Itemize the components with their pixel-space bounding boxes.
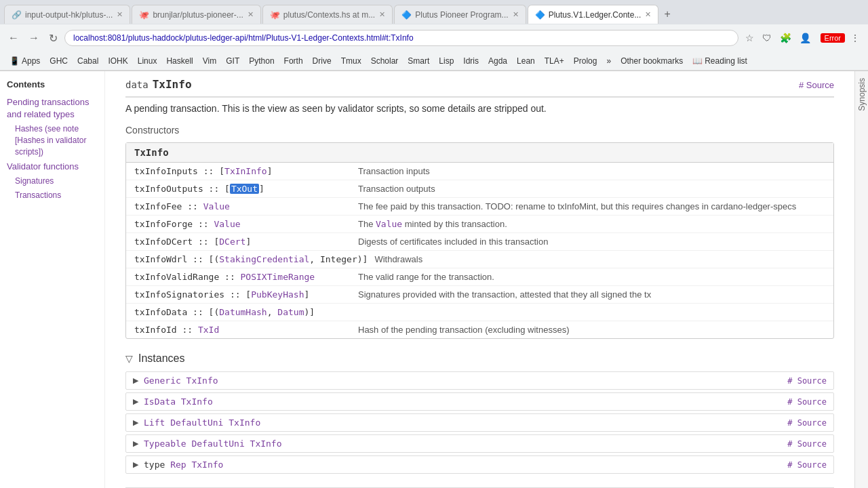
sidebar-link-validator[interactable]: Validator functions (7, 161, 98, 173)
instances-header[interactable]: ▽ Instances (125, 352, 834, 365)
txout-link[interactable]: TxOut (230, 184, 259, 194)
txid-link[interactable]: TxId (198, 325, 219, 335)
instance-rep-source: # Source (787, 460, 827, 470)
field-txinfowdrl-desc: Withdrawals (374, 254, 825, 264)
instance-isdata-toggle[interactable]: ▶ (133, 397, 138, 406)
instance-typeable-toggle[interactable]: ▶ (133, 439, 138, 448)
bookmark-drive[interactable]: Drive (309, 55, 336, 67)
profile-icon[interactable]: 👤 (797, 31, 814, 45)
constructor-name: TxInfo (126, 143, 833, 163)
instances-collapse-icon: ▽ (125, 353, 133, 364)
txinfo-type-name: TxInfo (153, 78, 192, 91)
bookmark-prolog[interactable]: Prolog (570, 55, 601, 67)
forward-button[interactable]: → (26, 30, 42, 45)
txininfo-link[interactable]: TxInInfo (224, 166, 267, 176)
bookmark-python[interactable]: Python (245, 55, 278, 67)
bookmark-ghc[interactable]: GHC (45, 55, 72, 67)
tab-2[interactable]: 🐙 brunjlar/plutus-pioneer-... ✕ (132, 5, 260, 24)
main-content: data TxInfo # Source A pending transacti… (105, 71, 854, 488)
address-bar-row: ← → ↻ localhost:8081/plutus-haddock/plut… (0, 24, 868, 52)
browser-chrome: 🔗 input-output-hk/plutus-... ✕ 🐙 brunjla… (0, 0, 868, 71)
instance-typeable: ▶ Typeable DefaultUni TxInfo # Source (125, 434, 834, 453)
field-txinfowdrl-name: txInfoWdrl :: [(StakingCredential, Integ… (134, 254, 368, 264)
address-bar[interactable]: localhost:8081/plutus-haddock/plutus-led… (64, 30, 738, 46)
bookmark-apps[interactable]: 📱Apps (5, 55, 44, 67)
tab-1[interactable]: 🔗 input-output-hk/plutus-... ✕ (4, 5, 130, 24)
error-badge: Error (821, 33, 845, 43)
menu-icon[interactable]: ⋮ (848, 31, 863, 45)
field-txinfooutputs-name: txInfoOutputs :: [TxOut] (134, 184, 351, 194)
datumhash-link[interactable]: DatumHash (219, 307, 267, 317)
bookmark-cabal[interactable]: Cabal (73, 55, 102, 67)
field-txinfoid-name: txInfoId :: TxId (134, 325, 351, 335)
instance-lift-name: Lift DefaultUni TxInfo (144, 418, 787, 428)
bookmark-agda[interactable]: Agda (484, 55, 511, 67)
bookmark-haskell[interactable]: Haskell (162, 55, 197, 67)
instance-lift-source: # Source (787, 418, 827, 428)
toolbar-icons: ☆ 🛡 🧩 👤 Error ⋮ (743, 31, 863, 45)
bookmark-linux[interactable]: Linux (134, 55, 161, 67)
bookmark-scholar[interactable]: Scholar (367, 55, 403, 67)
new-tab-button[interactable]: + (660, 7, 674, 22)
tab-5[interactable]: 🔷 Plutus.V1.Ledger.Conte... ✕ (528, 5, 659, 24)
bookmark-tla[interactable]: TLA+ (540, 55, 568, 67)
datum-link[interactable]: Datum (277, 307, 304, 317)
tab-4-close[interactable]: ✕ (513, 10, 519, 19)
back-button[interactable]: ← (5, 30, 22, 45)
txinfo-source-link[interactable]: # Source (799, 80, 834, 90)
tab-3[interactable]: 🐙 plutus/Contexts.hs at m... ✕ (262, 5, 393, 24)
tab-3-close[interactable]: ✕ (379, 10, 385, 19)
bookmark-idris[interactable]: Idris (459, 55, 483, 67)
tab-4-favicon: 🔷 (401, 10, 411, 20)
instance-isdata-name: IsData TxInfo (144, 396, 787, 407)
sidebar-link-transactions[interactable]: Transactions (15, 190, 98, 201)
field-txinfodcert-name: txInfoDCert :: [DCert] (134, 237, 351, 247)
extension-icon[interactable]: 🧩 (777, 31, 794, 45)
instance-rep-toggle[interactable]: ▶ (133, 460, 138, 469)
sidebar-title: Contents (7, 79, 98, 89)
tab-4[interactable]: 🔷 Plutus Pioneer Program... ✕ (394, 5, 526, 24)
reading-list-button[interactable]: 📖 Reading list (688, 55, 751, 67)
bookmark-lean[interactable]: Lean (513, 55, 539, 67)
value-link-forge[interactable]: Value (214, 219, 240, 229)
bookmark-git[interactable]: GIT (222, 55, 243, 67)
tab-5-title: Plutus.V1.Ledger.Conte... (549, 10, 642, 20)
other-bookmarks[interactable]: Other bookmarks (616, 55, 687, 67)
page-wrapper: Contents Pending transactions and relate… (0, 71, 868, 488)
pubkeyhash-link[interactable]: PubKeyHash (251, 289, 304, 300)
field-txinfoforge-desc: The Value minted by this transaction. (358, 219, 825, 229)
star-icon[interactable]: ☆ (743, 31, 757, 45)
sidebar-link-signatures[interactable]: Signatures (15, 176, 98, 187)
tab-1-close[interactable]: ✕ (117, 10, 123, 19)
reload-button[interactable]: ↻ (46, 30, 60, 46)
field-txinfoinputs: txInfoInputs :: [TxInInfo] Transaction i… (126, 163, 833, 180)
instance-isdata: ▶ IsData TxInfo # Source (125, 392, 834, 411)
bookmark-iohk[interactable]: IOHK (104, 55, 132, 67)
more-bookmarks[interactable]: » (602, 55, 615, 67)
sidebar-link-hashes[interactable]: Hashes (see note [Hashes in validator sc… (15, 123, 98, 157)
field-txinfoforge: txInfoForge :: Value The Value minted by… (126, 216, 833, 233)
shield-icon[interactable]: 🛡 (760, 31, 774, 45)
instance-generic-toggle[interactable]: ▶ (133, 376, 138, 385)
instances-title: Instances (138, 352, 184, 365)
bookmark-vim[interactable]: Vim (199, 55, 220, 67)
dcert-link[interactable]: DCert (219, 237, 245, 247)
value-link-fee[interactable]: Value (203, 201, 230, 211)
field-txinfofee-desc: The fee paid by this transaction. TODO: … (358, 201, 825, 211)
bookmark-forth[interactable]: Forth (280, 55, 307, 67)
bookmark-tmux[interactable]: Tmux (337, 55, 366, 67)
bookmark-smart[interactable]: Smart (403, 55, 433, 67)
field-txinfoforge-name: txInfoForge :: Value (134, 219, 351, 229)
synopsis-sidebar[interactable]: Synopsis (854, 71, 868, 488)
field-txinfoinputs-name: txInfoInputs :: [TxInInfo] (134, 166, 351, 176)
tab-2-close[interactable]: ✕ (248, 10, 254, 19)
tab-2-title: brunjlar/plutus-pioneer-... (153, 10, 243, 20)
address-text: localhost:8081/plutus-haddock/plutus-led… (73, 33, 414, 43)
stakingcredential-link[interactable]: StakingCredential (219, 254, 309, 264)
bookmark-lisp[interactable]: Lisp (435, 55, 458, 67)
posixtimerange-link[interactable]: POSIXTimeRange (241, 272, 315, 282)
instance-generic-source: # Source (787, 376, 827, 386)
instance-lift-toggle[interactable]: ▶ (133, 418, 138, 427)
tab-5-close[interactable]: ✕ (645, 10, 651, 19)
sidebar-link-pending[interactable]: Pending transactions and related types (7, 96, 98, 121)
